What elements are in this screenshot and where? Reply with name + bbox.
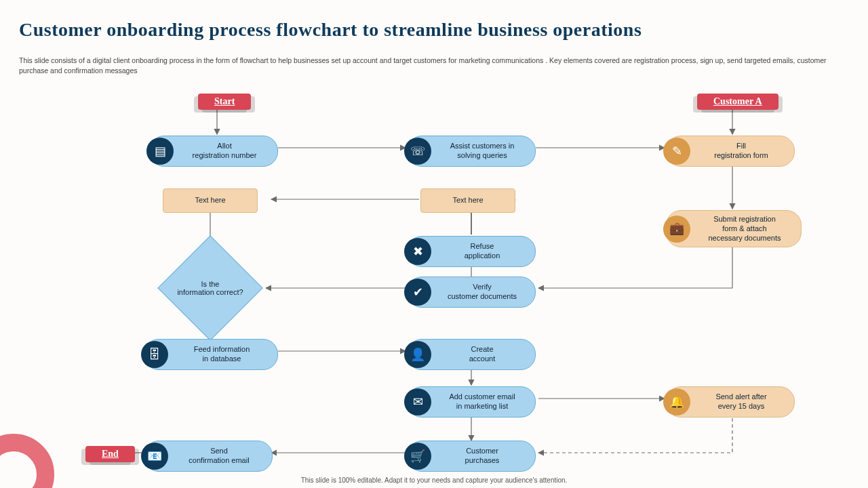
footer-note: This slide is 100% editable. Adapt it to…: [0, 476, 868, 484]
customer-a-band: Customer A: [697, 94, 778, 110]
verify-icon: ✔: [404, 279, 431, 306]
database-icon: 🗄: [141, 341, 168, 368]
email-list-icon: ✉: [404, 388, 431, 415]
mail-icon: 📧: [141, 443, 168, 470]
text-placeholder-1: Text here: [163, 188, 258, 213]
slide: Customer onboarding process flowchart to…: [0, 0, 868, 488]
decision-text: Is theinformation correct?: [159, 258, 261, 319]
start-band: Start: [198, 94, 251, 110]
account-icon: 👤: [404, 341, 431, 368]
text-placeholder-2: Text here: [420, 188, 515, 213]
flowchart-canvas: Start Customer A End ▤ Allotregistration…: [0, 75, 868, 474]
slide-subtitle: This slide consists of a digital client …: [19, 56, 849, 75]
bell-icon: 🔔: [663, 388, 690, 415]
end-band: End: [85, 446, 135, 462]
headset-icon: ☏: [404, 138, 431, 165]
briefcase-icon: 💼: [663, 216, 690, 243]
document-icon: ▤: [146, 138, 174, 165]
cart-icon: 🛒: [404, 443, 431, 470]
refuse-icon: ✖: [404, 238, 431, 265]
slide-title: Customer onboarding process flowchart to…: [19, 19, 642, 41]
form-icon: ✎: [663, 138, 690, 165]
decision-node: Is theinformation correct?: [159, 258, 261, 319]
